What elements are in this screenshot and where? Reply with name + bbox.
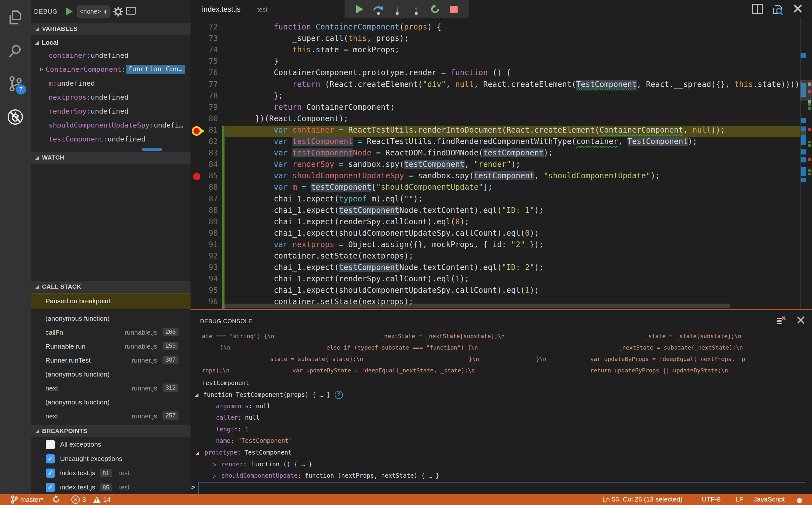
frame-line-badge: 266: [162, 328, 179, 336]
console-tree-row[interactable]: shouldComponentUpdate: function (nextPro…: [221, 472, 439, 479]
stack-frame-row[interactable]: (anonymous function): [31, 368, 191, 382]
console-tree-row[interactable]: function TestComponent(props) { … }i: [203, 391, 343, 399]
variable-row[interactable]: renderSpy: undefined: [31, 104, 191, 118]
line-number: 76: [191, 68, 218, 77]
expand-icon[interactable]: ▷: [40, 66, 43, 72]
console-tree-row[interactable]: render: function () { … }: [221, 461, 312, 468]
clear-console-icon[interactable]: [777, 316, 786, 327]
breakpoint-checkbox[interactable]: ✓: [46, 483, 55, 492]
variable-row[interactable]: nextprops: undefined: [31, 90, 191, 104]
errors-item[interactable]: ✕3 14: [72, 496, 111, 504]
breakpoint-checkbox[interactable]: [46, 440, 55, 449]
variable-row[interactable]: shouldComponentUpdateSpy: undefi…: [31, 118, 191, 132]
feedback-smiley-icon[interactable]: ☻: [795, 496, 804, 505]
variable-row[interactable]: ▷ContainerComponent: function Con…: [31, 62, 191, 76]
variable-name: testComponent:: [48, 135, 107, 143]
language-item[interactable]: JavaScript: [753, 496, 785, 503]
horizontal-scrollbar[interactable]: [222, 304, 730, 308]
line-number: 88: [191, 206, 218, 215]
collapse-icon[interactable]: ◢: [196, 450, 199, 455]
scope-local[interactable]: ◢Local: [31, 35, 191, 49]
breakpoint-row[interactable]: All exceptions: [31, 438, 191, 452]
console-tree-row[interactable]: arguments: null: [216, 402, 270, 409]
variable-value: undefined: [91, 51, 128, 59]
watch-section-header[interactable]: ◢WATCH: [31, 152, 191, 164]
code-token: =: [441, 68, 446, 77]
status-bar: master* ✕3 14 Ln 56, Col 26 (13 selected…: [0, 494, 812, 505]
source-control-icon[interactable]: 7: [7, 75, 23, 92]
start-debug-button[interactable]: [67, 8, 73, 15]
open-console-icon[interactable]: ›: [126, 7, 136, 15]
breakpoints-section-header[interactable]: ◢BREAKPOINTS: [31, 425, 191, 437]
stack-frame-row[interactable]: callFnrunnable.js266: [31, 326, 191, 340]
open-preview-icon[interactable]: [772, 4, 784, 16]
console-output-text: return updateByProps || updateByState;\n: [590, 367, 728, 374]
search-icon[interactable]: [7, 43, 23, 59]
variable-row[interactable]: container: undefined: [31, 48, 191, 62]
continue-button[interactable]: [353, 3, 366, 16]
frame-file: runner.js: [131, 357, 157, 364]
code-token: testComponent: [311, 183, 371, 192]
stack-frame-row[interactable]: nextrunner.js257: [31, 409, 191, 424]
stack-frame-row[interactable]: (anonymous function): [31, 312, 191, 326]
code-editor[interactable]: 7273747576777879808182838485868788899091…: [191, 18, 812, 309]
close-panel-icon[interactable]: [797, 316, 805, 327]
eol-item[interactable]: LF: [735, 496, 743, 503]
code-token: this: [734, 80, 753, 89]
close-editor-icon[interactable]: [793, 4, 803, 16]
line-number: 74: [191, 45, 218, 54]
line-number: 94: [191, 275, 218, 283]
line-number: 87: [191, 194, 218, 203]
stack-frame-row[interactable]: Runner.runTestrunner.js387: [31, 354, 191, 368]
collapse-icon[interactable]: ◢: [195, 392, 199, 397]
stop-button[interactable]: [447, 3, 460, 16]
console-tree-row[interactable]: name: "TestComponent": [216, 437, 292, 444]
cursor-position-item[interactable]: Ln 56, Col 26 (13 selected): [602, 496, 682, 503]
console-tree-row[interactable]: TestComponent: [202, 379, 249, 386]
call-stack-section-header[interactable]: ◢CALL STACK: [31, 281, 191, 293]
ruler-mark: [808, 144, 811, 147]
split-editor-icon[interactable]: [752, 4, 763, 16]
breakpoint-checkbox[interactable]: ✓: [46, 454, 55, 464]
variables-scrollbar[interactable]: [142, 148, 162, 151]
sync-icon[interactable]: [52, 496, 60, 503]
step-out-button[interactable]: ↑: [410, 3, 423, 16]
configure-gear-icon[interactable]: [113, 6, 124, 18]
code-token: [297, 183, 302, 192]
stack-frame-row[interactable]: nextrunner.js312: [31, 382, 191, 395]
breakpoint-row[interactable]: ✓index.test.js85test: [31, 481, 191, 495]
code-token: );: [460, 217, 469, 226]
frame-name: next: [45, 384, 58, 392]
repl-input[interactable]: [199, 482, 806, 495]
info-icon[interactable]: i: [335, 391, 343, 399]
breakpoint-checkbox[interactable]: ✓: [46, 469, 55, 478]
git-branch-item[interactable]: master*: [11, 496, 43, 504]
variable-row[interactable]: m: undefined: [31, 76, 191, 90]
stack-frame-row[interactable]: (anonymous function): [31, 395, 191, 409]
code-token: [237, 103, 274, 112]
breakpoint-row[interactable]: ✓index.test.js81test: [31, 466, 191, 481]
variable-name: renderSpy:: [48, 107, 91, 115]
encoding-item[interactable]: UTF-8: [702, 496, 721, 503]
variables-section-header[interactable]: ◢VARIABLES: [31, 23, 191, 35]
step-over-button[interactable]: [372, 3, 385, 16]
tab-index-test-js[interactable]: index.test.js: [202, 5, 240, 14]
breakpoint-row[interactable]: ✓Uncaught exceptions: [31, 452, 191, 466]
console-tree-row[interactable]: prototype: TestComponent: [205, 449, 292, 456]
console-tree-row[interactable]: length: 1: [216, 426, 249, 433]
variable-row[interactable]: testComponent: undefined: [31, 132, 191, 146]
explorer-icon[interactable]: [7, 9, 23, 26]
console-tree-row[interactable]: caller: null: [216, 414, 259, 421]
restart-button[interactable]: [429, 3, 441, 16]
stack-frame-row[interactable]: Runnable.runrunnable.js259: [31, 340, 191, 354]
ruler-mark: [801, 53, 806, 58]
code-token: [371, 148, 376, 157]
expand-icon[interactable]: ▷: [213, 473, 216, 478]
code-token: var: [274, 240, 288, 249]
debug-icon[interactable]: [7, 109, 23, 125]
expand-icon[interactable]: ▷: [213, 462, 216, 467]
overview-ruler[interactable]: [800, 18, 812, 309]
vertical-scrollbar[interactable]: [800, 80, 812, 101]
launch-config-dropdown[interactable]: <none> ▲▼: [77, 5, 110, 18]
step-into-button[interactable]: ↓: [391, 3, 403, 16]
